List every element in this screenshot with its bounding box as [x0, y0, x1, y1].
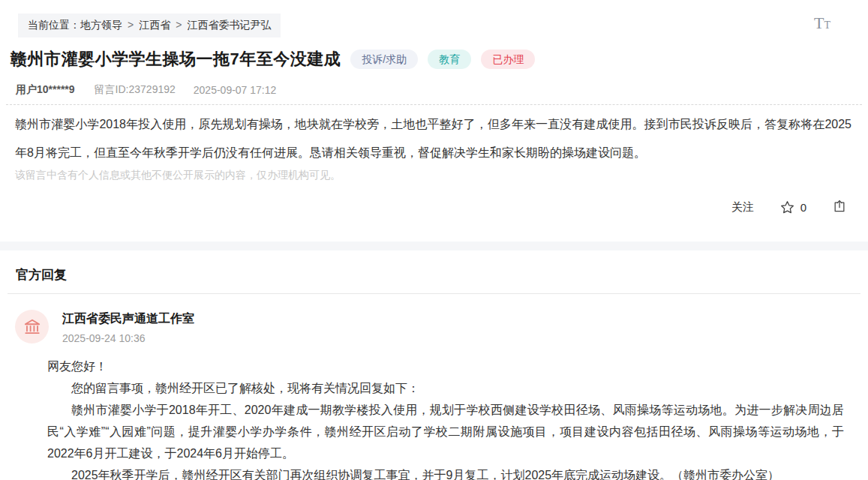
- dashed-divider: [6, 104, 862, 105]
- message-meta: 用户10*****9 留言ID:23729192 2025-09-07 17:1…: [16, 83, 850, 97]
- reply-meta: 江西省委民声通道工作室 2025-09-24 10:36: [62, 310, 194, 344]
- message-card: 当前位置：地方领导>江西省>江西省委书记尹弘 TT 赣州市灌婴小学学生操场一拖7…: [0, 0, 868, 242]
- breadcrumb-separator-icon: >: [128, 19, 134, 31]
- privacy-note: 该留言中含有个人信息或其他不便公开展示的内容，仅办理机构可见。: [15, 169, 851, 182]
- action-row: 关注 0: [0, 199, 847, 216]
- message-detail-page: 当前位置：地方领导>江西省>江西省委书记尹弘 TT 赣州市灌婴小学学生操场一拖7…: [0, 0, 868, 480]
- breadcrumb-link-leader[interactable]: 江西省委书记尹弘: [187, 19, 271, 31]
- reply-author: 江西省委民声通道工作室: [62, 310, 194, 327]
- tag-complaint: 投诉/求助: [350, 50, 418, 69]
- reply-paragraph: 赣州市灌婴小学于2018年开工、2020年建成一期教学楼投入使用，规划于学校西侧…: [47, 399, 844, 464]
- breadcrumb-link-province[interactable]: 江西省: [139, 19, 170, 31]
- font-size-toggle-icon[interactable]: TT: [814, 15, 830, 32]
- breadcrumb-separator-icon: >: [176, 19, 182, 31]
- tag-education: 教育: [428, 50, 471, 69]
- official-reply-section: 官方回复 江西省委民声通道工作室 2025-09-24 10:36: [0, 250, 868, 480]
- section-separator: [0, 242, 868, 250]
- reply-header: 江西省委民声通道工作室 2025-09-24 10:36: [15, 310, 853, 344]
- breadcrumb-label: 当前位置：: [28, 19, 80, 31]
- star-icon: [779, 200, 795, 215]
- breadcrumb: 当前位置：地方领导>江西省>江西省委书记尹弘: [18, 14, 281, 38]
- like-count: 0: [800, 201, 806, 214]
- like-button[interactable]: 0: [779, 200, 806, 215]
- message-timestamp: 2025-09-07 17:12: [194, 84, 277, 96]
- government-building-icon: [23, 317, 42, 337]
- share-icon: [832, 199, 847, 214]
- follow-button[interactable]: 关注: [731, 200, 754, 214]
- reply-greeting: 网友您好！: [47, 356, 844, 377]
- title-row: 赣州市灌婴小学学生操场一拖7年至今没建成 投诉/求助 教育 已办理: [11, 48, 850, 70]
- share-button[interactable]: [832, 199, 847, 216]
- font-size-toggle-large: T: [814, 14, 824, 32]
- reply-section-heading: 官方回复: [16, 266, 868, 284]
- message-id: 留言ID:23729192: [95, 83, 176, 97]
- page-title: 赣州市灌婴小学学生操场一拖7年至今没建成: [11, 48, 341, 70]
- avatar: [15, 310, 49, 344]
- reply-item: 江西省委民声通道工作室 2025-09-24 10:36 网友您好！ 您的留言事…: [0, 294, 868, 480]
- username: 用户10*****9: [16, 83, 75, 97]
- status-badge-handled: 已办理: [481, 50, 535, 69]
- reply-paragraph: 2025年秋季开学后，赣州经开区有关部门再次组织协调复工事宜，并于9月复工，计划…: [47, 464, 844, 480]
- reply-timestamp: 2025-09-24 10:36: [62, 332, 194, 344]
- font-size-toggle-small: T: [824, 20, 830, 31]
- breadcrumb-link-local-leaders[interactable]: 地方领导: [80, 19, 122, 31]
- reply-paragraph: 您的留言事项，赣州经开区已了解核处，现将有关情况回复如下：: [47, 377, 844, 399]
- message-body: 赣州市灌婴小学2018年投入使用，原先规划有操场，地块就在学校旁，土地也平整好了…: [15, 110, 851, 167]
- reply-body: 网友您好！ 您的留言事项，赣州经开区已了解核处，现将有关情况回复如下： 赣州市灌…: [47, 356, 844, 480]
